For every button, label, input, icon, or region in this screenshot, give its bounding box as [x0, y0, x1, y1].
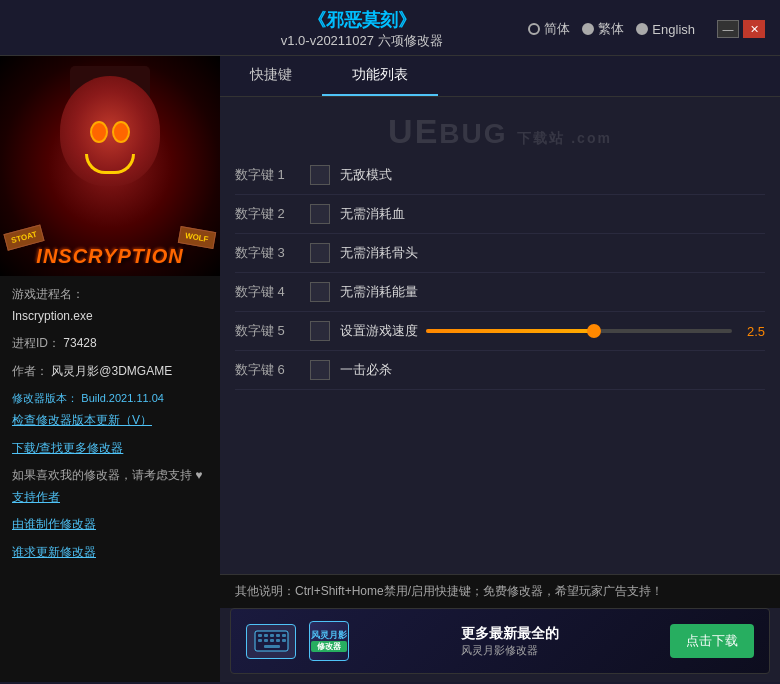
watermark-area: UEUEBUGBUG 下载站 .com — [220, 97, 780, 156]
hotkey-label-5: 数字键 6 — [235, 361, 300, 379]
main-content: STOAT WOLF INSCRYPTION 游戏进程名： Inscryptio… — [0, 56, 780, 682]
update-info: 谁求更新修改器 — [12, 542, 208, 564]
svg-rect-7 — [264, 639, 268, 642]
feature-row-3: 数字键 4无需消耗能量 — [235, 273, 765, 312]
feature-row-0: 数字键 1无敌模式 — [235, 156, 765, 195]
feature-row-5: 数字键 6一击必杀 — [235, 351, 765, 390]
radio-simplified — [528, 23, 540, 35]
check-update-link[interactable]: 检查修改器版本更新（V） — [12, 413, 152, 427]
author-info: 作者： 风灵月影@3DMGAME — [12, 361, 208, 383]
support-info: 如果喜欢我的修改器，请考虑支持 ♥ 支持作者 — [12, 465, 208, 508]
feature-name-5: 一击必杀 — [340, 361, 765, 379]
bottom-notice: 其他说明：Ctrl+Shift+Home禁用/启用快捷键；免费修改器，希望玩家广… — [220, 574, 780, 608]
slider-value-4: 2.5 — [740, 324, 765, 339]
clown-illustration — [45, 66, 175, 206]
app-title-main: 《邪恶莫刻》 — [195, 8, 528, 32]
feature-name-2: 无需消耗骨头 — [340, 244, 765, 262]
feature-name-3: 无需消耗能量 — [340, 283, 765, 301]
game-info: 游戏进程名： Inscryption.exe 进程ID： 73428 作者： 风… — [0, 276, 220, 682]
ad-logo: 风灵月影 修改器 — [246, 621, 349, 661]
download-link[interactable]: 下载/查找更多修改器 — [12, 441, 123, 455]
lang-simplified[interactable]: 简体 — [528, 20, 570, 38]
svg-rect-1 — [258, 634, 262, 637]
language-options: 简体 繁体 English — ✕ — [528, 20, 765, 38]
feature-checkbox-0[interactable] — [310, 165, 330, 185]
left-panel: STOAT WOLF INSCRYPTION 游戏进程名： Inscryptio… — [0, 56, 220, 682]
feature-name-4: 设置游戏速度2.5 — [340, 322, 765, 340]
request-link[interactable]: 由谁制作修改器 — [12, 517, 96, 531]
hotkey-label-1: 数字键 2 — [235, 205, 300, 223]
radio-traditional — [582, 23, 594, 35]
title-bar: 《邪恶莫刻》 v1.0-v20211027 六项修改器 简体 繁体 Englis… — [0, 0, 780, 56]
download-info: 下载/查找更多修改器 — [12, 438, 208, 460]
slider-track-4[interactable] — [426, 329, 732, 333]
game-cover: STOAT WOLF INSCRYPTION — [0, 56, 220, 276]
feature-row-1: 数字键 2无需消耗血 — [235, 195, 765, 234]
ad-text: 更多最新最全的 风灵月影修改器 — [461, 625, 559, 658]
feature-name-0: 无敌模式 — [340, 166, 765, 184]
feature-checkbox-5[interactable] — [310, 360, 330, 380]
version-info: 修改器版本： Build.2021.11.04 检查修改器版本更新（V） — [12, 388, 208, 431]
svg-rect-3 — [270, 634, 274, 637]
feature-checkbox-3[interactable] — [310, 282, 330, 302]
feature-name-1: 无需消耗血 — [340, 205, 765, 223]
svg-rect-5 — [282, 634, 286, 637]
svg-rect-11 — [264, 645, 280, 648]
tab-header: 快捷键 功能列表 — [220, 56, 780, 97]
close-button[interactable]: ✕ — [743, 20, 765, 38]
ad-download-button[interactable]: 点击下载 — [670, 624, 754, 658]
ad-banner: 风灵月影 修改器 更多最新最全的 风灵月影修改器 点击下载 — [230, 608, 770, 674]
svg-rect-8 — [270, 639, 274, 642]
radio-english — [636, 23, 648, 35]
svg-rect-2 — [264, 634, 268, 637]
feature-list: 数字键 1无敌模式数字键 2无需消耗血数字键 3无需消耗骨头数字键 4无需消耗能… — [220, 156, 780, 574]
hotkey-label-0: 数字键 1 — [235, 166, 300, 184]
hotkey-label-4: 数字键 5 — [235, 322, 300, 340]
svg-rect-10 — [282, 639, 286, 642]
keyboard-icon — [246, 624, 296, 659]
app-title-sub: v1.0-v20211027 六项修改器 — [195, 32, 528, 50]
tab-hotkeys[interactable]: 快捷键 — [220, 56, 322, 96]
hotkey-label-3: 数字键 4 — [235, 283, 300, 301]
watermark-logo: UEUEBUGBUG 下载站 .com — [220, 112, 780, 151]
title-center: 《邪恶莫刻》 v1.0-v20211027 六项修改器 — [195, 8, 528, 50]
support-link[interactable]: 支持作者 — [12, 490, 60, 504]
slider-thumb-4[interactable] — [587, 324, 601, 338]
lang-english[interactable]: English — [636, 22, 695, 37]
feature-checkbox-4[interactable] — [310, 321, 330, 341]
game-title-logo: INSCRYPTION — [0, 245, 220, 268]
minimize-button[interactable]: — — [717, 20, 739, 38]
tab-features[interactable]: 功能列表 — [322, 56, 438, 96]
feature-checkbox-1[interactable] — [310, 204, 330, 224]
feature-row-4: 数字键 5设置游戏速度2.5 — [235, 312, 765, 351]
process-info: 游戏进程名： Inscryption.exe — [12, 284, 208, 327]
feature-row-2: 数字键 3无需消耗骨头 — [235, 234, 765, 273]
lang-traditional[interactable]: 繁体 — [582, 20, 624, 38]
feature-checkbox-2[interactable] — [310, 243, 330, 263]
pid-info: 进程ID： 73428 — [12, 333, 208, 355]
svg-rect-9 — [276, 639, 280, 642]
svg-rect-6 — [258, 639, 262, 642]
request-info: 由谁制作修改器 — [12, 514, 208, 536]
ad-brand-icon: 风灵月影 修改器 — [309, 621, 349, 661]
svg-rect-4 — [276, 634, 280, 637]
hotkey-label-2: 数字键 3 — [235, 244, 300, 262]
right-panel: 快捷键 功能列表 UEUEBUGBUG 下载站 .com 数字键 1无敌模式数字… — [220, 56, 780, 682]
window-buttons: — ✕ — [717, 20, 765, 38]
update-link[interactable]: 谁求更新修改器 — [12, 545, 96, 559]
